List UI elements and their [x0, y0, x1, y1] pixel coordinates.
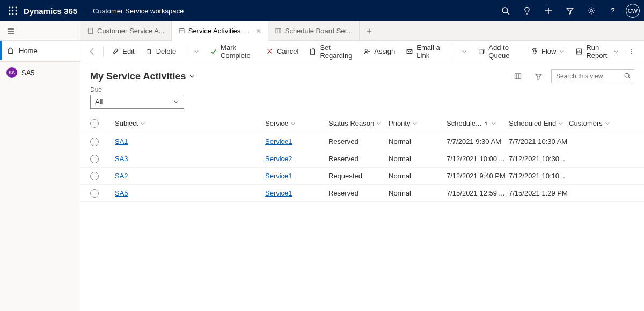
help-icon[interactable] [602, 0, 624, 21]
gear-icon[interactable] [581, 0, 602, 21]
plus-icon[interactable] [538, 0, 559, 21]
table-row[interactable]: SA2Service1RequestedNormal7/12/2021 9:40… [80, 168, 644, 185]
email-link-button[interactable]: Email a Link [401, 43, 448, 60]
tab-customer-service[interactable]: Customer Service A... [80, 21, 172, 40]
add-to-queue-button[interactable]: Add to Queue [473, 43, 524, 60]
column-service[interactable]: Service [265, 119, 328, 127]
priority-cell: Normal [389, 138, 447, 146]
sidebar-toggle-cell [0, 21, 80, 40]
mark-complete-button[interactable]: Mark Complete [206, 43, 260, 60]
svg-point-44 [631, 53, 632, 54]
sort-asc-icon [484, 121, 489, 126]
tab-strip: Customer Service A... Service Activities… [0, 21, 644, 41]
column-priority[interactable]: Priority [389, 119, 447, 127]
back-button[interactable] [86, 47, 99, 56]
filter-icon[interactable] [559, 0, 581, 21]
due-value: All [95, 98, 103, 106]
service-link[interactable]: Service2 [265, 155, 292, 163]
scheduled-end-cell: 7/12/2021 10:10 ... [509, 172, 569, 180]
service-link[interactable]: Service1 [265, 189, 292, 197]
svg-point-42 [631, 49, 632, 50]
view-header: My Service Activities [80, 62, 644, 86]
svg-line-49 [628, 77, 630, 78]
table-row[interactable]: SA5Service1ReservedNormal7/15/2021 12:59… [80, 185, 644, 202]
search-input[interactable] [551, 69, 634, 83]
search-icon[interactable] [624, 72, 631, 79]
table-row[interactable]: SA1Service1ReservedNormal7/7/2021 9:30 A… [80, 133, 644, 150]
lightbulb-icon[interactable] [516, 0, 538, 21]
service-link[interactable]: Service1 [265, 138, 292, 146]
status-cell: Reserved [328, 189, 389, 197]
due-label: Due [90, 86, 634, 93]
mark-complete-label: Mark Complete [221, 44, 255, 60]
priority-cell: Normal [389, 189, 447, 197]
mail-icon [406, 48, 413, 55]
email-link-split-chevron[interactable] [457, 43, 471, 60]
subject-link[interactable]: SA3 [115, 155, 128, 163]
svg-point-8 [16, 13, 17, 15]
run-report-label: Run Report [586, 44, 610, 60]
subject-link[interactable]: SA2 [115, 172, 128, 180]
chevron-down-icon [173, 99, 179, 105]
scheduled-end-cell: 7/15/2021 1:29 PM [509, 189, 569, 197]
run-report-button[interactable]: Run Report [571, 43, 623, 60]
sidebar-divider [0, 61, 80, 62]
scheduled-start-cell: 7/7/2021 9:30 AM [447, 138, 509, 146]
search-icon[interactable] [495, 0, 516, 21]
svg-point-16 [612, 13, 613, 13]
close-icon[interactable] [255, 28, 261, 34]
column-customers[interactable]: Customers [569, 119, 633, 127]
service-link[interactable]: Service1 [265, 172, 292, 180]
due-filter-select[interactable]: All [90, 95, 184, 109]
row-select-radio[interactable] [90, 138, 99, 146]
column-status-reason[interactable]: Status Reason [328, 119, 389, 127]
header-divider [85, 6, 85, 16]
table-row[interactable]: SA3Service2ReservedNormal7/12/2021 10:00… [80, 150, 644, 168]
scheduled-start-cell: 7/12/2021 9:40 PM [447, 172, 509, 180]
trash-icon [145, 48, 153, 55]
priority-cell: Normal [389, 155, 447, 163]
assign-label: Assign [374, 47, 395, 55]
edit-columns-icon[interactable] [510, 69, 525, 84]
delete-split-chevron[interactable] [189, 43, 203, 60]
subject-link[interactable]: SA1 [115, 138, 128, 146]
svg-point-5 [16, 10, 17, 12]
cancel-button[interactable]: Cancel [262, 43, 303, 60]
row-select-radio[interactable] [90, 172, 99, 180]
global-header: Dynamics 365 Customer Service workspace … [0, 0, 644, 21]
column-scheduled-end[interactable]: Scheduled End [509, 119, 569, 127]
edit-button[interactable]: Edit [107, 43, 138, 60]
svg-point-6 [9, 13, 11, 15]
flow-button[interactable]: Flow [526, 43, 569, 60]
select-all-radio[interactable] [90, 119, 99, 128]
edit-label: Edit [122, 47, 134, 55]
view-title-text: My Service Activities [90, 71, 186, 82]
home-icon [6, 47, 14, 55]
tab-schedule-board[interactable]: Schedule Board Set... [268, 21, 360, 40]
subject-link[interactable]: SA5 [115, 189, 128, 197]
command-bar: Edit Delete Mark Complete Cancel Set Reg… [80, 41, 644, 62]
row-select-radio[interactable] [90, 189, 99, 198]
user-avatar[interactable]: CW [626, 4, 640, 18]
tab-service-activities[interactable]: Service Activities My Ser... [172, 21, 268, 41]
chevron-down-icon [613, 49, 619, 54]
sidebar-item-home[interactable]: Home [0, 41, 80, 60]
column-schedule-start[interactable]: Schedule... [447, 119, 509, 127]
overflow-menu[interactable] [625, 48, 639, 55]
pencil-icon [112, 48, 119, 55]
delete-button[interactable]: Delete [141, 43, 181, 60]
svg-line-10 [507, 12, 509, 15]
app-launcher-icon[interactable] [4, 6, 21, 15]
view-title[interactable]: My Service Activities [90, 71, 195, 82]
set-regarding-button[interactable]: Set Regarding [305, 43, 357, 60]
assign-button[interactable]: Assign [359, 43, 399, 60]
row-select-radio[interactable] [90, 155, 99, 163]
sidebar-item-entity[interactable]: SA SA5 [0, 63, 80, 82]
svg-point-2 [16, 7, 17, 9]
column-subject[interactable]: Subject [115, 119, 265, 127]
new-tab-button[interactable] [360, 21, 379, 40]
doc-icon [87, 27, 94, 34]
svg-point-43 [631, 50, 632, 52]
hamburger-icon[interactable] [6, 27, 15, 35]
filter-icon[interactable] [531, 69, 546, 84]
